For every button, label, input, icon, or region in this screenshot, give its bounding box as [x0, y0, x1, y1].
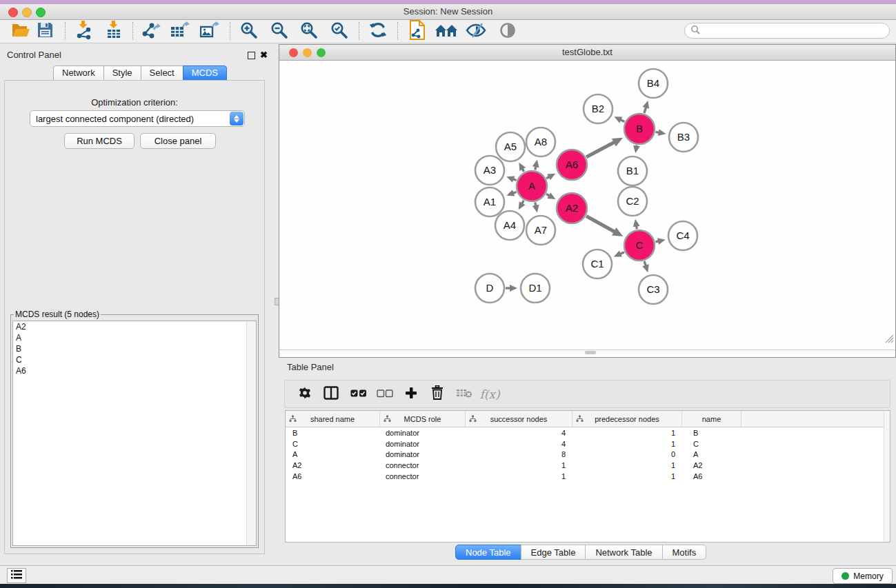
deselect-all-button[interactable] — [373, 381, 397, 407]
import-network-button[interactable] — [72, 21, 95, 41]
zoom-in-button[interactable] — [237, 21, 261, 41]
table-cell[interactable]: A6 — [682, 472, 741, 480]
run-mcds-button[interactable]: Run MCDS — [64, 133, 135, 149]
network-canvas[interactable]: B4B2BB3A8A5A6A3B1AA1C2A2A4A7C4CC1C3DD1 — [279, 61, 895, 349]
close-window-button[interactable] — [8, 8, 18, 17]
delete-table-button[interactable] — [452, 381, 476, 407]
table-cell[interactable]: 1 — [573, 472, 682, 480]
table-cell[interactable]: connector — [380, 472, 466, 480]
apply-layout-button[interactable] — [366, 21, 390, 41]
show-panels-button[interactable] — [496, 21, 519, 41]
mcds-list-scrollbar[interactable] — [246, 321, 256, 545]
column-header-mcds-role[interactable]: MCDS role — [380, 411, 466, 427]
table-cell[interactable]: A2 — [682, 461, 741, 469]
table-cell[interactable]: 1 — [466, 461, 573, 469]
table-cell[interactable]: dominator — [380, 450, 466, 458]
table-row[interactable]: Bdominator41B — [286, 427, 890, 438]
table-cell[interactable]: A2 — [286, 461, 380, 469]
memory-button[interactable]: Memory — [833, 568, 893, 584]
table-cell[interactable]: C — [682, 440, 741, 448]
clone-network-button[interactable] — [406, 21, 429, 41]
tab-network-table[interactable]: Network Table — [585, 545, 662, 560]
table-cell[interactable]: C — [286, 440, 380, 448]
table-cell[interactable]: A6 — [286, 472, 380, 480]
table-row[interactable]: A6connector11A6 — [286, 471, 890, 482]
float-panel-icon[interactable] — [248, 52, 255, 59]
table-cell[interactable]: 8 — [466, 450, 573, 458]
tab-mcds[interactable]: MCDS — [183, 65, 227, 81]
table-cell[interactable]: B — [286, 429, 380, 437]
column-visibility-button[interactable] — [319, 381, 343, 407]
export-table-button[interactable] — [168, 21, 192, 41]
column-header-name[interactable]: name — [682, 411, 741, 427]
table-cell[interactable]: 1 — [573, 440, 682, 448]
delete-column-button[interactable] — [426, 381, 449, 407]
network-close-button[interactable] — [289, 48, 298, 57]
search-input[interactable] — [700, 26, 875, 37]
mcds-result-item[interactable]: C — [13, 354, 256, 365]
table-vertical-scrollbar[interactable] — [884, 411, 890, 542]
table-cell[interactable]: dominator — [380, 429, 466, 437]
zoom-out-button[interactable] — [268, 21, 291, 41]
close-panel-button[interactable]: Close panel — [140, 133, 216, 149]
table-cell[interactable]: dominator — [380, 440, 466, 448]
import-table-button[interactable] — [102, 21, 126, 41]
table-cell[interactable]: 0 — [573, 450, 682, 458]
table-cell[interactable]: 1 — [573, 461, 682, 469]
zoom-selected-button[interactable] — [328, 21, 351, 41]
table-row[interactable]: A2connector11A2 — [286, 460, 890, 471]
tab-node-table[interactable]: Node Table — [455, 545, 521, 560]
table-cell[interactable]: A — [286, 450, 380, 458]
table-settings-button[interactable] — [293, 381, 317, 407]
home-button[interactable] — [435, 21, 458, 41]
column-header-successor-nodes[interactable]: successor nodes — [466, 411, 573, 427]
export-image-button[interactable] — [198, 21, 221, 41]
function-builder-button[interactable]: f(x) — [478, 381, 501, 407]
table-row[interactable]: Adominator80A — [286, 449, 890, 460]
mcds-result-item[interactable]: A6 — [13, 365, 256, 376]
close-panel-icon[interactable]: ✖ — [260, 50, 268, 60]
column-header-predecessor-nodes[interactable]: predecessor nodes — [573, 411, 682, 427]
table-header-row: shared name MCDS role successor nodes pr… — [286, 411, 890, 427]
columns-icon — [323, 386, 339, 403]
column-header-shared-name[interactable]: shared name — [286, 411, 380, 427]
tab-network[interactable]: Network — [53, 65, 104, 81]
network-scrollbar-thumb[interactable] — [585, 351, 596, 354]
table-cell[interactable]: 4 — [466, 429, 573, 437]
table-cell[interactable]: A — [682, 450, 741, 458]
mcds-result-item[interactable]: A — [13, 332, 256, 343]
search-field[interactable] — [684, 23, 890, 39]
hide-panels-button[interactable] — [464, 21, 488, 41]
table-row[interactable]: Cdominator41C — [286, 438, 890, 449]
export-network-button[interactable] — [139, 21, 163, 41]
open-file-button[interactable] — [9, 21, 32, 41]
mcds-result-item[interactable]: A2 — [13, 321, 256, 332]
select-all-button[interactable] — [347, 381, 370, 407]
table-cell[interactable]: 1 — [573, 429, 682, 437]
network-window-titlebar[interactable]: testGlobe.txt — [279, 45, 895, 61]
hierarchy-icon — [289, 415, 297, 424]
resize-grip-icon[interactable] — [884, 333, 894, 343]
network-minimize-button[interactable] — [303, 48, 312, 57]
network-maximize-button[interactable] — [317, 48, 326, 57]
minimize-window-button[interactable] — [22, 8, 32, 17]
tab-select[interactable]: Select — [141, 65, 183, 81]
table-cell[interactable]: 4 — [466, 440, 573, 448]
mcds-result-item[interactable]: B — [13, 343, 256, 354]
table-cell[interactable]: 1 — [466, 472, 573, 480]
create-column-button[interactable] — [399, 381, 423, 407]
table-cell[interactable]: B — [682, 429, 741, 437]
graph-edge[interactable] — [586, 142, 615, 157]
criterion-dropdown[interactable]: largest connected component (directed) — [30, 110, 245, 127]
table-cell[interactable]: connector — [380, 461, 466, 469]
network-horizontal-scrollbar[interactable] — [279, 349, 895, 354]
tab-edge-table[interactable]: Edge Table — [521, 545, 586, 560]
save-session-button[interactable] — [33, 21, 57, 41]
zoom-fit-button[interactable] — [297, 21, 321, 41]
tab-motifs[interactable]: Motifs — [662, 545, 707, 560]
maximize-window-button[interactable] — [36, 8, 46, 17]
mcds-result-list[interactable]: A2ABCA6 — [12, 321, 257, 546]
graph-edge[interactable] — [586, 216, 615, 232]
task-history-button[interactable] — [7, 568, 26, 583]
tab-style[interactable]: Style — [103, 65, 141, 81]
